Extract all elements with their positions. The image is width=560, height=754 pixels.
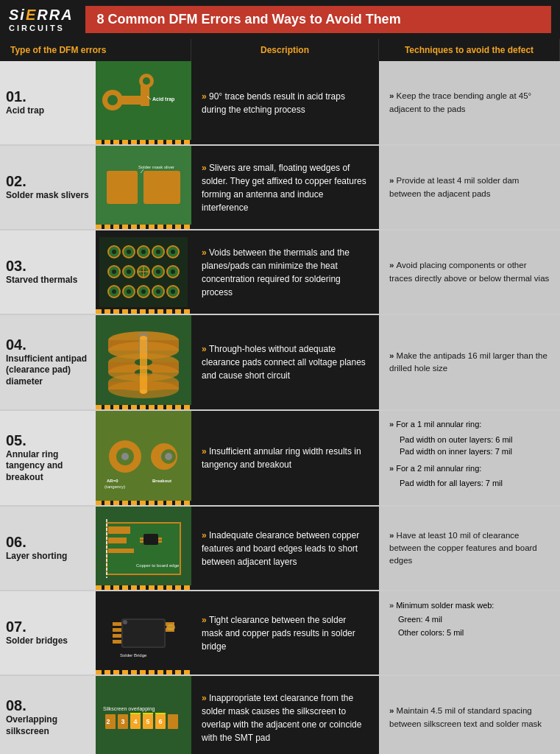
technique-content: » Minimum solder mask web: Green: 4 mil …: [389, 599, 494, 640]
svg-point-40: [127, 289, 131, 294]
row-description: 90° trace bends result in acid traps dur…: [191, 61, 379, 144]
row-image-cell: Solder Bridge: [96, 591, 191, 674]
table-row: 04. Insufficient antipad (clearance pad)…: [0, 315, 560, 411]
svg-point-99: [123, 620, 127, 624]
svg-text:2: 2: [106, 718, 110, 725]
starved-thermals-illustration: [99, 237, 188, 307]
svg-text:4: 4: [133, 718, 137, 725]
logo-area: SiERRA CIRCUITS: [9, 7, 74, 32]
svg-point-68: [121, 453, 129, 460]
row-technique: For a 1 mil annular ring: Pad width on o…: [379, 411, 560, 505]
circuits-label: CIRCUITS: [9, 24, 65, 32]
svg-rect-78: [108, 526, 130, 534]
row-technique: Have at least 10 mil of clearance betwee…: [379, 507, 560, 590]
row-description: Inadequate clearance between copper feat…: [191, 507, 379, 590]
table-row: 03. Starved thermals: [0, 230, 560, 315]
svg-point-20: [127, 250, 131, 254]
row-name: Layer shorting: [6, 551, 90, 563]
col-type: Type of the DFM errors: [0, 39, 191, 61]
svg-point-38: [112, 289, 116, 294]
row-description: Voids between the thermals and the plane…: [191, 230, 379, 314]
acid-trap-illustration: Acid trap: [99, 68, 188, 138]
row-image-cell: Acid trap: [96, 61, 191, 144]
row-number: 03.: [6, 258, 90, 273]
row-description: Slivers are small, floating wedges of so…: [191, 146, 379, 229]
row-technique: » Minimum solder mask web: Green: 4 mil …: [379, 591, 560, 674]
svg-rect-91: [113, 622, 121, 626]
row-number: 06.: [6, 535, 90, 549]
svg-point-44: [156, 289, 160, 294]
row-name: Annular ring tangency and breakout: [6, 449, 90, 484]
svg-text:(tangency): (tangency): [104, 485, 125, 489]
table-row: 05. Annular ring tangency and breakout A…: [0, 411, 560, 507]
svg-rect-92: [113, 628, 121, 632]
row-technique: Avoid placing components or other traces…: [379, 230, 560, 314]
row-label: 02. Solder mask slivers: [0, 146, 96, 229]
row-label: 08. Overlapping silkscreen: [0, 676, 96, 754]
svg-rect-114: [143, 713, 153, 714]
svg-point-64: [140, 390, 147, 394]
table-row: 08. Overlapping silkscreen 2 3 4 5 6: [0, 676, 560, 754]
row-label: 06. Layer shorting: [0, 507, 96, 590]
row-technique: Maintain 4.5 mil of standard spacing bet…: [379, 676, 560, 754]
svg-point-34: [156, 269, 160, 274]
row-name: Starved thermals: [6, 275, 90, 286]
row-image-cell: [96, 230, 191, 314]
svg-text:Breakout: Breakout: [152, 479, 171, 483]
row-name: Overlapping silkscreen: [6, 714, 90, 737]
row-technique: Make the antipads 16 mil larger than the…: [379, 315, 560, 409]
page-title: 8 Common DFM Errors and Ways to Avoid Th…: [85, 6, 551, 33]
row-name: Solder bridges: [6, 635, 90, 647]
row-name: Insufficient antipad (clearance pad) dia…: [6, 353, 90, 388]
svg-point-72: [165, 453, 172, 460]
svg-text:Solder mask sliver: Solder mask sliver: [138, 165, 174, 169]
row-image-cell: Solder mask sliver: [96, 146, 191, 229]
row-number: 04.: [6, 337, 90, 352]
row-description: Insufficient annular ring width results …: [191, 411, 379, 505]
row-number: 05.: [6, 433, 90, 448]
solder-bridge-illustration: Solder Bridge: [99, 596, 188, 670]
svg-rect-80: [108, 549, 134, 553]
antipad-illustration: [99, 322, 188, 403]
svg-text:Silkscreen overlapping: Silkscreen overlapping: [103, 706, 155, 712]
svg-point-36: [171, 269, 175, 274]
col-technique: Techniques to avoid the defect: [379, 39, 560, 61]
overlapping-silkscreen-illustration: 2 3 4 5 6 Silkscreen overlapping: [99, 681, 188, 755]
row-description: Inappropriate text clearance from the so…: [191, 676, 379, 754]
svg-rect-113: [130, 713, 141, 714]
row-label: 01. Acid trap: [0, 61, 96, 144]
row-number: 02.: [6, 174, 90, 188]
svg-rect-106: [168, 714, 178, 729]
svg-text:Acid trap: Acid trap: [152, 96, 174, 102]
table-row: 06. Layer shorting Copper to board edge: [0, 507, 560, 591]
svg-rect-13: [138, 173, 143, 202]
table-row: 02. Solder mask slivers Solder mask sliv…: [0, 146, 560, 230]
svg-point-24: [156, 250, 160, 254]
row-label: 07. Solder bridges: [0, 591, 96, 674]
row-image-cell: 2 3 4 5 6 Silkscreen overlapping: [96, 676, 191, 754]
row-name: Solder mask slivers: [6, 190, 90, 202]
annular-ring-illustration: AR=0 (tangency) Breakout: [99, 416, 188, 501]
layer-shorting-illustration: Copper to board edge: [99, 512, 188, 585]
svg-rect-11: [107, 171, 138, 204]
svg-point-97: [166, 624, 175, 630]
row-number: 07.: [6, 619, 90, 634]
svg-point-30: [127, 269, 131, 274]
solder-mask-sliver-illustration: Solder mask sliver: [99, 152, 188, 222]
row-description: Tight clearance between the solder mask …: [191, 591, 379, 674]
row-technique: Provide at least 4 mil solder dam betwee…: [379, 146, 560, 229]
svg-text:Copper to board edge: Copper to board edge: [136, 563, 180, 568]
row-number: 01.: [6, 89, 90, 104]
svg-rect-87: [140, 540, 143, 543]
row-label: 05. Annular ring tangency and breakout: [0, 411, 96, 505]
svg-point-63: [140, 336, 147, 340]
svg-text:Solder Bridge: Solder Bridge: [120, 653, 147, 658]
svg-text:AR=0: AR=0: [107, 479, 118, 483]
svg-point-7: [143, 77, 150, 85]
svg-rect-84: [158, 538, 162, 540]
row-name: Acid trap: [6, 105, 90, 117]
svg-rect-85: [158, 540, 162, 543]
svg-rect-62: [140, 338, 147, 392]
row-description: Through-holes without adequate clearance…: [191, 315, 379, 409]
col-description: Description: [191, 39, 379, 61]
